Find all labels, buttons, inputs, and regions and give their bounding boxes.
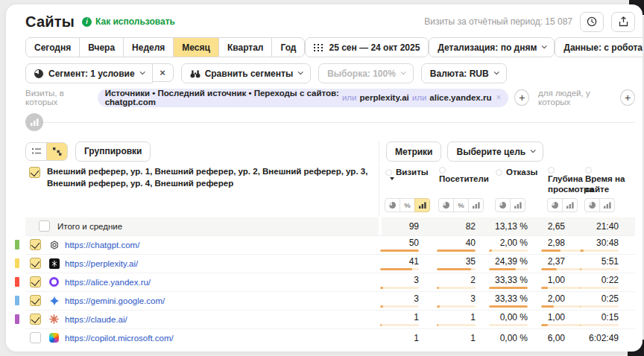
site-link[interactable]: https://copilot.microsoft.com/ — [65, 334, 174, 343]
site-link[interactable]: https://chatgpt.com/ — [65, 241, 139, 249]
export-button[interactable] — [611, 12, 635, 32]
column-header-depth[interactable]: Глубина просмотра — [541, 164, 578, 195]
percent-toggle-icon[interactable]: % — [400, 198, 415, 212]
site-link[interactable]: https://claude.ai/ — [65, 315, 127, 324]
time-value: 0:25 — [578, 294, 619, 303]
totals-visitors: 82 — [432, 217, 476, 235]
depth-display-toggles — [541, 198, 578, 212]
clear-segment-button[interactable]: × — [152, 63, 174, 82]
compare-segments-dropdown[interactable]: Сравнить сегменты — [181, 63, 312, 83]
help-circle-icon — [439, 167, 446, 174]
row-checkbox[interactable] — [30, 314, 41, 325]
flat-list-view-button[interactable] — [25, 142, 47, 161]
detalization-dropdown[interactable]: Детализация: по дням — [429, 37, 555, 57]
copilot-favicon-icon — [48, 332, 60, 343]
bar-toggle-icon[interactable] — [599, 198, 615, 212]
add-visits-condition-button[interactable]: + — [514, 89, 529, 106]
row-color-stripe — [15, 240, 19, 249]
mini-bar — [380, 268, 419, 270]
calendar-grid-icon — [314, 43, 323, 51]
mini-bar — [580, 287, 619, 289]
how-to-use-link[interactable]: i Как использовать — [82, 16, 175, 27]
mini-bar — [541, 287, 580, 289]
metrics-button[interactable]: Метрики — [386, 142, 441, 162]
site-link[interactable]: https://gemini.google.com/ — [65, 296, 165, 305]
pie-toggle-icon[interactable] — [547, 198, 563, 212]
mini-bar — [380, 249, 419, 252]
tab-month[interactable]: Месяц — [173, 37, 219, 57]
remove-filter-icon[interactable]: × — [496, 92, 501, 103]
add-people-condition-button[interactable]: + — [620, 89, 635, 106]
pie-toggle-icon[interactable] — [385, 198, 400, 212]
site-link[interactable]: https://alice.yandex.ru/ — [65, 278, 151, 287]
column-header-bounces[interactable]: Отказы — [489, 164, 541, 177]
history-button[interactable] — [580, 12, 604, 32]
pie-toggle-icon[interactable] — [495, 198, 511, 212]
mini-bar — [580, 268, 619, 270]
sampling-dropdown[interactable]: Выборка: 100% — [318, 63, 414, 83]
table-head: Внешний реферер, ур. 1, Внешний реферер,… — [25, 164, 635, 216]
time-value: 30:48 — [578, 238, 619, 247]
chevron-down-icon — [401, 69, 406, 74]
expand-chart-button[interactable] — [25, 113, 43, 131]
select-all-checkbox[interactable] — [29, 167, 40, 178]
dimension-header: Внешний реферер, ур. 1, Внешний реферер,… — [47, 166, 368, 189]
pie-icon — [34, 69, 43, 78]
time-display-toggles — [578, 198, 635, 212]
mini-bar — [489, 324, 528, 326]
mini-bar — [380, 287, 419, 289]
totals-visits: 99 — [379, 217, 419, 235]
chevron-down-icon — [298, 69, 303, 74]
tab-week[interactable]: Неделя — [123, 37, 174, 57]
pie-toggle-icon[interactable] — [438, 198, 454, 212]
groupings-button[interactable]: Группировки — [75, 142, 151, 162]
tree-view-button[interactable] — [46, 142, 68, 161]
bar-toggle-icon[interactable] — [510, 198, 525, 212]
tab-year[interactable]: Год — [271, 37, 305, 57]
totals-checkbox[interactable] — [39, 220, 50, 232]
column-header-time[interactable]: Время на сайте — [578, 164, 635, 195]
row-checkbox[interactable] — [30, 276, 41, 287]
row-checkbox[interactable] — [30, 239, 41, 250]
mini-bar — [437, 324, 476, 326]
filter-chip[interactable]: Источники • Последний источник • Переход… — [98, 89, 509, 107]
visitors-value: 3 — [432, 294, 476, 303]
alice-favicon-icon — [48, 276, 60, 287]
row-checkbox[interactable] — [30, 295, 41, 306]
filter-bar: Визиты, в которых Источники • Последний … — [25, 88, 635, 107]
visits-value: 1 — [379, 334, 419, 343]
bar-toggle-icon[interactable] — [562, 198, 578, 212]
site-link[interactable]: https://perplexity.ai/ — [65, 259, 138, 268]
percent-toggle-icon[interactable]: % — [453, 198, 469, 212]
goal-dropdown[interactable]: Выберите цель — [447, 142, 543, 162]
row-checkbox[interactable] — [30, 332, 41, 343]
column-header-visits[interactable]: Визиты — [379, 164, 432, 180]
time-value: 0:22 — [578, 276, 619, 285]
visitors-value: 40 — [432, 238, 476, 247]
pie-toggle-icon[interactable] — [584, 198, 600, 212]
totals-bounces: 13,13 % — [489, 217, 528, 235]
tab-quarter[interactable]: Квартал — [218, 37, 273, 57]
segment-dropdown[interactable]: Сегмент: 1 условие — [25, 63, 153, 83]
row-color-stripe — [15, 296, 19, 305]
chevron-down-icon — [493, 69, 499, 74]
mini-bar — [541, 324, 580, 326]
currency-dropdown[interactable]: Валюта: RUB — [421, 63, 507, 83]
table-row: https://perplexity.ai/ 41 35 24,39 % 2,3… — [25, 254, 635, 273]
mini-bar — [437, 305, 476, 308]
bar-toggle-icon[interactable] — [468, 198, 484, 212]
depth-value: 1,00 — [541, 313, 565, 322]
segment-controls: Сегмент: 1 условие × Сравнить сегменты В… — [25, 63, 635, 83]
tab-today[interactable]: Сегодня — [25, 37, 80, 57]
mini-bar — [541, 305, 580, 308]
bar-toggle-icon[interactable] — [414, 198, 430, 212]
column-header-visitors[interactable]: Посетители — [432, 164, 489, 184]
period-tab-group: Сегодня Вчера Неделя Месяц Квартал Год — [25, 37, 305, 57]
row-checkbox[interactable] — [30, 258, 41, 269]
tab-yesterday[interactable]: Вчера — [79, 37, 124, 57]
date-range-button[interactable]: 25 сен — 24 окт 2025 — [305, 37, 429, 57]
depth-value: 2,00 — [541, 294, 565, 303]
visitors-display-toggles: % — [432, 198, 489, 212]
data-mode-dropdown[interactable]: Данные: с роботами — [555, 37, 643, 57]
bounces-display-toggles — [489, 198, 541, 212]
